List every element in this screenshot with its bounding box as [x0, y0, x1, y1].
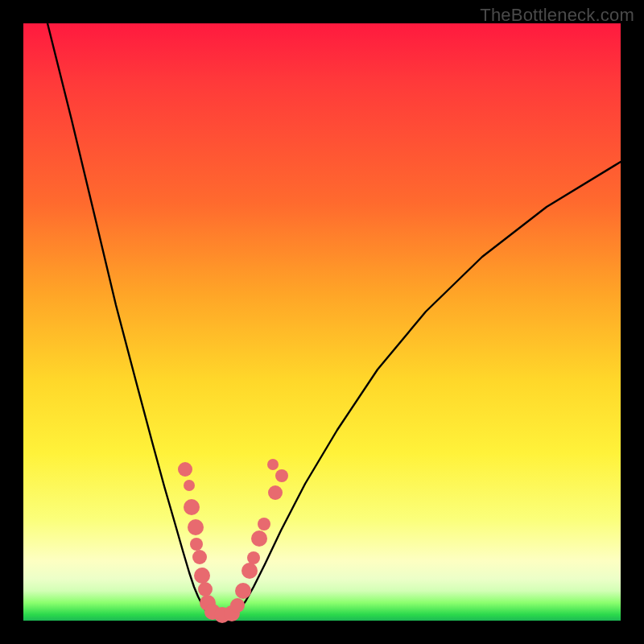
plot-area [23, 23, 621, 621]
data-marker [258, 518, 270, 530]
curve-svg [23, 23, 621, 621]
data-marker [268, 485, 283, 500]
data-marker [267, 459, 279, 470]
data-marker [251, 530, 267, 547]
data-marker [188, 519, 204, 535]
data-marker [184, 480, 195, 491]
data-marker [178, 462, 192, 477]
data-marker [247, 551, 260, 564]
chart-frame: TheBottleneck.com [0, 0, 644, 644]
data-marker [242, 563, 258, 579]
data-marker [194, 568, 210, 584]
data-marker [235, 583, 251, 599]
data-marker [190, 538, 203, 551]
data-marker [230, 598, 245, 613]
data-marker [184, 499, 200, 515]
marker-group [178, 459, 288, 623]
bottleneck-curve [47, 23, 621, 616]
data-marker [192, 550, 207, 564]
data-marker [198, 582, 213, 597]
data-marker [275, 469, 288, 482]
